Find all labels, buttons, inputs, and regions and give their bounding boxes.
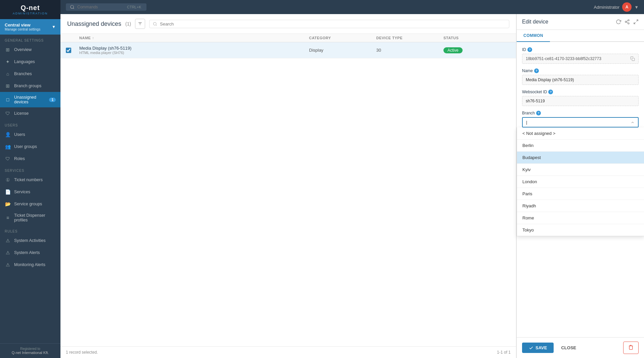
branch-option-berlin[interactable]: Berlin bbox=[517, 140, 644, 152]
sidebar-item-user-groups[interactable]: 👥 User groups bbox=[0, 141, 60, 153]
sidebar-item-branches[interactable]: ⌂ Branches bbox=[0, 68, 60, 80]
sidebar-item-service-groups[interactable]: 📂 Service groups bbox=[0, 198, 60, 210]
svg-line-13 bbox=[634, 22, 636, 24]
panel-body: ID ? 18bb9751-ce81-4170-3233-bb8f52c3277… bbox=[517, 42, 644, 358]
expand-icon[interactable] bbox=[633, 19, 639, 24]
sidebar-item-users[interactable]: 👤 Users bbox=[0, 129, 60, 141]
table-search-icon bbox=[153, 22, 157, 26]
sidebar-item-ticket-numbers[interactable]: ① Ticket numbers bbox=[0, 174, 60, 186]
save-checkmark-icon bbox=[529, 346, 533, 350]
branch-option-budapest[interactable]: Budapest bbox=[517, 152, 644, 164]
delete-button[interactable] bbox=[623, 342, 639, 354]
device-subname: HTML media player (SH76) bbox=[79, 51, 309, 55]
branch-help-icon[interactable]: ? bbox=[536, 111, 541, 115]
branch-option-kyiv[interactable]: Kyiv bbox=[517, 164, 644, 176]
svg-point-7 bbox=[628, 19, 629, 21]
svg-point-5 bbox=[154, 22, 157, 25]
license-icon: 🛡 bbox=[5, 110, 11, 116]
record-count: (1) bbox=[125, 21, 131, 27]
branch-option-rome[interactable]: Rome bbox=[517, 212, 644, 224]
table-columns: NAME ↑ CATEGORY DEVICE TYPE STATUS bbox=[60, 34, 516, 42]
sidebar-item-services[interactable]: 📄 Services bbox=[0, 186, 60, 198]
svg-line-11 bbox=[627, 20, 628, 21]
svg-rect-14 bbox=[632, 58, 635, 61]
sidebar-item-overview[interactable]: ⊞ Overview bbox=[0, 44, 60, 56]
sidebar-item-roles[interactable]: 🛡 Roles bbox=[0, 153, 60, 165]
trash-icon bbox=[628, 345, 634, 350]
svg-line-10 bbox=[627, 22, 628, 23]
history-icon[interactable] bbox=[616, 19, 621, 24]
branch-label: Branch ? bbox=[522, 111, 639, 115]
device-name: Media Display (sh76-5119) bbox=[79, 46, 309, 51]
search-icon bbox=[70, 5, 75, 9]
share-icon[interactable] bbox=[625, 19, 630, 24]
command-search-bar[interactable]: CTRL+K bbox=[66, 3, 146, 11]
sidebar-item-branch-groups[interactable]: ⊞ Branch groups bbox=[0, 80, 60, 92]
page-title: Unassigned devices bbox=[67, 20, 121, 28]
admin-avatar[interactable]: A bbox=[622, 2, 632, 12]
command-search-input[interactable] bbox=[77, 5, 124, 9]
filter-icon bbox=[138, 21, 142, 26]
footer-actions-left: SAVE CLOSE bbox=[522, 343, 580, 353]
websocket-help-icon[interactable]: ? bbox=[548, 90, 553, 94]
col-checkbox bbox=[66, 36, 79, 40]
sidebar-item-label: Services bbox=[14, 190, 56, 194]
sidebar-item-label: Ticket numbers bbox=[14, 177, 56, 182]
section-label-users: USERS bbox=[0, 119, 60, 129]
filter-button[interactable] bbox=[135, 19, 145, 29]
sidebar-item-languages[interactable]: ✦ Languages bbox=[0, 56, 60, 68]
col-status: STATUS bbox=[443, 36, 511, 40]
system-alerts-icon: ⚠ bbox=[5, 250, 11, 256]
services-icon: 📄 bbox=[5, 189, 11, 195]
search-shortcut: CTRL+K bbox=[127, 5, 141, 9]
sidebar-item-ticket-dispenser[interactable]: ≡ Ticket Dispenser profiles bbox=[0, 210, 60, 225]
name-help-icon[interactable]: ? bbox=[534, 68, 539, 73]
copy-icon[interactable] bbox=[630, 56, 635, 61]
topbar: CTRL+K Administrator A ▼ bbox=[60, 0, 644, 14]
websocket-id-input[interactable] bbox=[522, 96, 639, 106]
row-checkbox[interactable] bbox=[66, 48, 71, 53]
sidebar-item-monitoring-alerts[interactable]: ⚠ Monitoring Alerts bbox=[0, 259, 60, 271]
branch-option-riyadh[interactable]: Riyadh bbox=[517, 200, 644, 212]
svg-line-12 bbox=[636, 20, 638, 21]
sidebar-item-label: Overview bbox=[14, 47, 56, 52]
name-input[interactable] bbox=[522, 75, 639, 85]
admin-dropdown-arrow[interactable]: ▼ bbox=[634, 5, 639, 10]
id-help-icon[interactable]: ? bbox=[527, 47, 532, 52]
branch-select-box[interactable] bbox=[522, 117, 639, 127]
topbar-right: Administrator A ▼ bbox=[594, 2, 639, 12]
branch-search-input[interactable] bbox=[526, 120, 631, 125]
sidebar-item-system-activities[interactable]: ⚠ System Activities bbox=[0, 235, 60, 247]
table-row[interactable]: Media Display (sh76-5119) HTML media pla… bbox=[60, 42, 516, 58]
tab-common[interactable]: COMMON bbox=[517, 30, 550, 42]
close-button[interactable]: CLOSE bbox=[557, 343, 580, 353]
name-label: Name ? bbox=[522, 68, 639, 73]
id-field-group: ID ? 18bb9751-ce81-4170-3233-bb8f52c3277… bbox=[522, 47, 639, 64]
svg-line-1 bbox=[73, 8, 74, 9]
central-view-title: Central view bbox=[5, 22, 40, 28]
id-label: ID ? bbox=[522, 47, 639, 52]
sidebar-item-label: Monitoring Alerts bbox=[14, 262, 56, 267]
branch-option-not-assigned[interactable]: < Not assigned > bbox=[517, 127, 644, 140]
svg-point-8 bbox=[625, 21, 627, 22]
branch-option-london[interactable]: London bbox=[517, 176, 644, 188]
edit-panel-header: Edit device bbox=[517, 14, 644, 30]
branch-option-paris[interactable]: Paris bbox=[517, 188, 644, 200]
overview-icon: ⊞ bbox=[5, 47, 11, 53]
content-area: Unassigned devices (1) NAME bbox=[60, 14, 644, 358]
system-activities-icon: ⚠ bbox=[5, 238, 11, 244]
save-button[interactable]: SAVE bbox=[522, 343, 554, 353]
sidebar-item-system-alerts[interactable]: ⚠ System Alerts bbox=[0, 247, 60, 259]
id-value: 18bb9751-ce81-4170-3233-bb8f52c32773 bbox=[522, 54, 639, 64]
logo-text: Q-net bbox=[20, 4, 40, 12]
table-search[interactable] bbox=[149, 20, 509, 28]
company-name: Q-net International Kft. bbox=[5, 351, 56, 355]
sidebar-item-license[interactable]: 🛡 License bbox=[0, 107, 60, 119]
device-status: Active bbox=[443, 47, 511, 53]
central-view-button[interactable]: Central view Manage central settings ▼ bbox=[0, 19, 60, 35]
sidebar-item-unassigned-devices[interactable]: □ Unassigned devices 1 bbox=[0, 92, 60, 107]
table-search-input[interactable] bbox=[160, 21, 506, 27]
branch-option-tokyo[interactable]: Tokyo bbox=[517, 224, 644, 236]
col-name[interactable]: NAME ↑ bbox=[79, 36, 309, 40]
sidebar-item-label: Languages bbox=[14, 59, 56, 64]
